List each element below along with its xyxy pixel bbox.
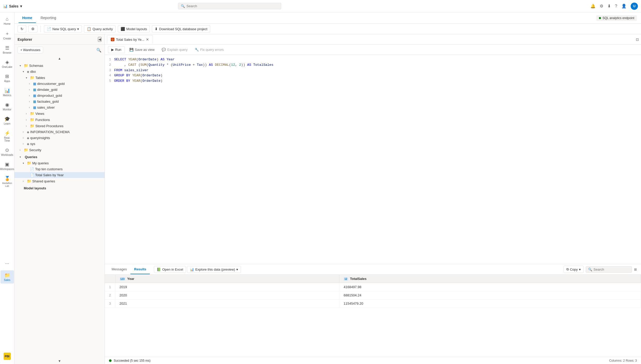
notifications-button[interactable]: 🔔 bbox=[590, 4, 596, 9]
tree-shared-queries[interactable]: › 📁 Shared queries bbox=[14, 178, 105, 184]
tree-top-ten-customers[interactable]: 📄 Top ten customers bbox=[14, 166, 105, 172]
tree-stored-procedures[interactable]: › 📁 Stored Procedures bbox=[14, 123, 105, 129]
results-tab-results[interactable]: Results bbox=[130, 265, 150, 274]
queryinsights-icon: ◈ bbox=[27, 136, 29, 140]
sidebar-item-realtime[interactable]: ⚡ Real-Time bbox=[1, 128, 14, 144]
dimcustomer-chevron: › bbox=[29, 82, 32, 85]
results-expand-icon[interactable]: ⊞ bbox=[634, 268, 637, 271]
tree-views[interactable]: › 📁 Views bbox=[14, 110, 105, 117]
sidebar-item-workspaces[interactable]: ▣ Workspaces bbox=[1, 159, 14, 173]
run-button[interactable]: ▶ Run bbox=[108, 46, 125, 53]
results-table-container: 123 Year 12 TotalSales bbox=[105, 275, 641, 357]
sidebar-item-browse[interactable]: ☰ Browse bbox=[1, 43, 14, 56]
sidebar-item-medallion[interactable]: 🏅 Medallion Lab bbox=[1, 174, 14, 190]
tree-functions[interactable]: › 📁 Functions bbox=[14, 117, 105, 123]
app-title[interactable]: 📊 Sales ▾ bbox=[3, 4, 22, 8]
copy-icon: ⧉ bbox=[566, 267, 569, 271]
sidebar-item-sales[interactable]: 📁 Sales bbox=[1, 270, 14, 284]
settings-button[interactable]: ⚙ bbox=[600, 4, 603, 9]
tree-queries[interactable]: ▾ Queries bbox=[14, 154, 105, 160]
sidebar-item-workloads[interactable]: ⊙ Workloads bbox=[1, 145, 14, 158]
tree-table-factsales[interactable]: › ▦ factsales_gold bbox=[14, 99, 105, 104]
tree-my-queries[interactable]: ▾ 📁 My queries bbox=[14, 160, 105, 166]
new-sql-query-button[interactable]: 📄 New SQL query ▾ bbox=[44, 25, 82, 33]
powerbi-icon[interactable]: PBI bbox=[4, 353, 11, 360]
shared-queries-folder-icon: 📁 bbox=[27, 179, 31, 183]
tree-sys[interactable]: › ◈ sys bbox=[14, 141, 105, 147]
year-column-label: Year bbox=[127, 277, 134, 281]
tree-table-dimproduct[interactable]: › ▦ dimproduct_gold bbox=[14, 93, 105, 99]
tab-reporting[interactable]: Reporting bbox=[37, 13, 60, 23]
functions-folder-icon: 📁 bbox=[30, 118, 34, 122]
create-icon: ＋ bbox=[5, 30, 10, 37]
toolbar-settings-button[interactable]: ⚙ bbox=[28, 25, 37, 33]
top-search-input[interactable] bbox=[186, 4, 278, 8]
save-as-view-button[interactable]: 💾 Save as view bbox=[127, 46, 157, 53]
editor-area: Q Total Sales by Ye... ✕ ⊡ ▶ Run 💾 Save … bbox=[105, 34, 641, 364]
fix-query-errors-button[interactable]: 🔧 Fix query errors bbox=[192, 46, 226, 53]
queryinsights-label: queryinsights bbox=[30, 136, 50, 140]
results-search-input[interactable] bbox=[593, 268, 630, 271]
table-icon-dimproduct: ▦ bbox=[33, 94, 36, 98]
help-button[interactable]: ? bbox=[615, 4, 617, 9]
nav-more-button[interactable]: ··· bbox=[3, 259, 11, 268]
copy-button[interactable]: ⧉ Copy ▾ bbox=[564, 266, 584, 273]
editor-tab-close[interactable]: ✕ bbox=[146, 37, 149, 42]
add-warehouse-button[interactable]: + Warehouses bbox=[18, 47, 43, 53]
results-tab-messages[interactable]: Messages bbox=[108, 265, 130, 274]
sidebar-item-metrics[interactable]: 📊 Metrics bbox=[1, 86, 14, 99]
tree-schemas[interactable]: ▾ 📁 Schemas bbox=[14, 62, 105, 69]
tree-queryinsights[interactable]: › ◈ queryinsights bbox=[14, 135, 105, 141]
run-icon: ▶ bbox=[111, 48, 114, 52]
functions-chevron: › bbox=[26, 118, 29, 121]
open-excel-button[interactable]: 📗 Open in Excel bbox=[154, 266, 186, 273]
views-folder-icon: 📁 bbox=[30, 111, 34, 116]
results-search-container: 🔍 bbox=[586, 266, 632, 273]
stored-proc-label: Stored Procedures bbox=[35, 124, 63, 128]
tree-model-layouts[interactable]: Model layouts bbox=[14, 185, 105, 191]
editor-expand-button[interactable]: ⊡ bbox=[636, 37, 639, 42]
collapse-sidebar-button[interactable]: ◀ bbox=[98, 37, 101, 42]
table-icon-dimdate: ▦ bbox=[33, 88, 36, 92]
tree-table-dimcustomer[interactable]: › ▦ dimcustomer_gold bbox=[14, 81, 105, 87]
sidebar-item-create[interactable]: ＋ Create bbox=[1, 28, 14, 42]
sidebar-item-home[interactable]: ⌂ Home bbox=[1, 14, 14, 27]
tab-home[interactable]: Home bbox=[19, 13, 36, 23]
security-folder-icon: 📁 bbox=[24, 148, 28, 152]
sidebar-item-onelake[interactable]: ◈ OneLake bbox=[1, 57, 14, 70]
workspaces-icon: ▣ bbox=[5, 161, 9, 167]
download-project-button[interactable]: ⬇ Download SQL database project bbox=[152, 25, 210, 33]
tree-table-salessilver[interactable]: › ▦ sales_silver bbox=[14, 104, 105, 110]
editor-tab-total-sales[interactable]: Q Total Sales by Ye... ✕ bbox=[107, 35, 153, 44]
explorer-search-button[interactable]: 🔍 bbox=[96, 48, 101, 53]
totalsales-type-icon: 12 bbox=[343, 277, 348, 281]
tree-table-dimdate[interactable]: › ▦ dimdate_gold bbox=[14, 87, 105, 93]
query-activity-button[interactable]: 📋 Query activity bbox=[84, 25, 116, 33]
explain-query-button[interactable]: 💬 Explain query bbox=[159, 46, 190, 53]
copy-chevron: ▾ bbox=[579, 268, 581, 271]
queries-chevron: ▾ bbox=[20, 156, 23, 158]
code-line-1: 1 SELECT YEAR(OrderDate) AS Year bbox=[105, 57, 641, 62]
results-area: Messages Results 📗 Open in Excel 📊 Explo… bbox=[105, 264, 641, 357]
download-button[interactable]: ⬇ bbox=[607, 4, 611, 9]
sidebar-item-monitor[interactable]: ◉ Monitor bbox=[1, 100, 14, 113]
tree-info-schema[interactable]: › ◈ INFORMATION_SCHEMA bbox=[14, 129, 105, 135]
tree-total-sales-by-year[interactable]: 📄 Total Sales by Year bbox=[14, 172, 105, 178]
shared-queries-label: Shared queries bbox=[32, 179, 55, 183]
search-icon: 🔍 bbox=[181, 4, 185, 8]
explorer-title: Explorer bbox=[18, 37, 32, 42]
status-message: Succeeded (5 sec 155 ms) bbox=[114, 359, 151, 362]
tree-dbo[interactable]: ▾ ◈ dbo bbox=[14, 69, 105, 75]
explore-data-button[interactable]: 📊 Explore this data (preview) ▾ bbox=[187, 266, 241, 273]
model-layouts-button[interactable]: ⬛ Model layouts bbox=[118, 25, 150, 33]
tree-security[interactable]: › 📁 Security bbox=[14, 147, 105, 153]
refresh-button[interactable]: ↻ bbox=[18, 25, 26, 33]
tree-tables[interactable]: ▾ 📁 Tables bbox=[14, 75, 105, 81]
share-button[interactable]: 👤 bbox=[621, 4, 627, 9]
results-header-year: 123 Year bbox=[115, 275, 339, 283]
avatar[interactable]: U bbox=[631, 3, 638, 10]
explorer-tree: ▾ 📁 Schemas ▾ ◈ dbo ▾ � bbox=[14, 61, 105, 358]
code-editor[interactable]: 1 SELECT YEAR(OrderDate) AS Year 2 , CAS… bbox=[105, 55, 641, 264]
sidebar-item-apps[interactable]: ⊞ Apps bbox=[1, 71, 14, 85]
sidebar-item-learn[interactable]: 🎓 Learn bbox=[1, 114, 14, 127]
